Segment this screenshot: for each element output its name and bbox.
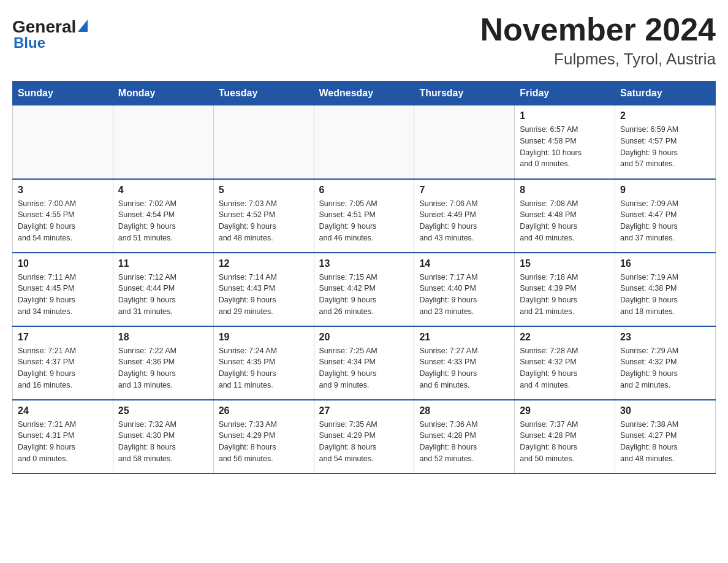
day-number: 13 [319, 258, 409, 269]
day-number: 21 [419, 332, 509, 343]
calendar-cell: 3Sunrise: 7:00 AM Sunset: 4:55 PM Daylig… [13, 179, 113, 253]
calendar-header-row: SundayMondayTuesdayWednesdayThursdayFrid… [13, 82, 716, 105]
logo: General Blue [12, 12, 88, 52]
day-number: 24 [18, 405, 108, 416]
calendar-cell: 1Sunrise: 6:57 AM Sunset: 4:58 PM Daylig… [515, 105, 615, 179]
calendar-cell: 25Sunrise: 7:32 AM Sunset: 4:30 PM Dayli… [113, 400, 213, 473]
calendar-week-row: 24Sunrise: 7:31 AM Sunset: 4:31 PM Dayli… [13, 400, 716, 473]
day-number: 20 [319, 332, 409, 343]
calendar-cell: 11Sunrise: 7:12 AM Sunset: 4:44 PM Dayli… [113, 253, 213, 326]
calendar-cell: 18Sunrise: 7:22 AM Sunset: 4:36 PM Dayli… [113, 326, 213, 400]
day-info: Sunrise: 7:06 AM Sunset: 4:49 PM Dayligh… [419, 198, 509, 244]
header-friday: Friday [515, 82, 615, 105]
calendar-cell: 26Sunrise: 7:33 AM Sunset: 4:29 PM Dayli… [213, 400, 314, 473]
day-info: Sunrise: 7:09 AM Sunset: 4:47 PM Dayligh… [620, 198, 710, 244]
calendar-cell: 6Sunrise: 7:05 AM Sunset: 4:51 PM Daylig… [314, 179, 414, 253]
header-saturday: Saturday [615, 82, 716, 105]
logo-part2: Blue [12, 34, 45, 52]
calendar-cell [213, 105, 314, 179]
day-info: Sunrise: 7:17 AM Sunset: 4:40 PM Dayligh… [419, 272, 509, 318]
day-number: 10 [18, 258, 108, 269]
day-info: Sunrise: 7:11 AM Sunset: 4:45 PM Dayligh… [18, 272, 108, 318]
day-number: 11 [118, 258, 208, 269]
day-number: 12 [219, 258, 309, 269]
calendar-title: November 2024 [480, 12, 716, 47]
day-number: 16 [620, 258, 710, 269]
day-info: Sunrise: 6:59 AM Sunset: 4:57 PM Dayligh… [620, 124, 710, 170]
calendar-cell: 28Sunrise: 7:36 AM Sunset: 4:28 PM Dayli… [414, 400, 515, 473]
calendar-cell [414, 105, 515, 179]
day-info: Sunrise: 7:37 AM Sunset: 4:28 PM Dayligh… [520, 419, 610, 465]
day-info: Sunrise: 7:02 AM Sunset: 4:54 PM Dayligh… [118, 198, 208, 244]
header-monday: Monday [113, 82, 213, 105]
calendar-cell: 19Sunrise: 7:24 AM Sunset: 4:35 PM Dayli… [213, 326, 314, 400]
calendar-cell: 12Sunrise: 7:14 AM Sunset: 4:43 PM Dayli… [213, 253, 314, 326]
calendar-week-row: 1Sunrise: 6:57 AM Sunset: 4:58 PM Daylig… [13, 105, 716, 179]
day-number: 15 [520, 258, 610, 269]
header-sunday: Sunday [13, 82, 113, 105]
day-info: Sunrise: 7:18 AM Sunset: 4:39 PM Dayligh… [520, 272, 610, 318]
day-info: Sunrise: 7:32 AM Sunset: 4:30 PM Dayligh… [118, 419, 208, 465]
calendar-table: SundayMondayTuesdayWednesdayThursdayFrid… [12, 81, 716, 474]
calendar-cell [13, 105, 113, 179]
day-info: Sunrise: 7:00 AM Sunset: 4:55 PM Dayligh… [18, 198, 108, 244]
calendar-cell: 10Sunrise: 7:11 AM Sunset: 4:45 PM Dayli… [13, 253, 113, 326]
day-number: 8 [520, 185, 610, 196]
calendar-cell: 15Sunrise: 7:18 AM Sunset: 4:39 PM Dayli… [515, 253, 615, 326]
day-info: Sunrise: 7:28 AM Sunset: 4:32 PM Dayligh… [520, 345, 610, 391]
day-info: Sunrise: 7:08 AM Sunset: 4:48 PM Dayligh… [520, 198, 610, 244]
header-tuesday: Tuesday [213, 82, 314, 105]
day-info: Sunrise: 7:27 AM Sunset: 4:33 PM Dayligh… [419, 345, 509, 391]
day-info: Sunrise: 7:38 AM Sunset: 4:27 PM Dayligh… [620, 419, 710, 465]
calendar-cell [314, 105, 414, 179]
day-info: Sunrise: 7:14 AM Sunset: 4:43 PM Dayligh… [219, 272, 309, 318]
calendar-cell: 16Sunrise: 7:19 AM Sunset: 4:38 PM Dayli… [615, 253, 716, 326]
day-info: Sunrise: 7:22 AM Sunset: 4:36 PM Dayligh… [118, 345, 208, 391]
calendar-cell: 27Sunrise: 7:35 AM Sunset: 4:29 PM Dayli… [314, 400, 414, 473]
calendar-cell: 24Sunrise: 7:31 AM Sunset: 4:31 PM Dayli… [13, 400, 113, 473]
header: General Blue November 2024 Fulpmes, Tyro… [12, 12, 716, 69]
day-info: Sunrise: 7:19 AM Sunset: 4:38 PM Dayligh… [620, 272, 710, 318]
day-number: 25 [118, 405, 208, 416]
day-number: 1 [520, 110, 610, 121]
calendar-cell: 4Sunrise: 7:02 AM Sunset: 4:54 PM Daylig… [113, 179, 213, 253]
day-info: Sunrise: 7:24 AM Sunset: 4:35 PM Dayligh… [219, 345, 309, 391]
calendar-cell: 8Sunrise: 7:08 AM Sunset: 4:48 PM Daylig… [515, 179, 615, 253]
day-info: Sunrise: 7:15 AM Sunset: 4:42 PM Dayligh… [319, 272, 409, 318]
day-number: 17 [18, 332, 108, 343]
day-number: 23 [620, 332, 710, 343]
day-info: Sunrise: 7:03 AM Sunset: 4:52 PM Dayligh… [219, 198, 309, 244]
calendar-cell: 30Sunrise: 7:38 AM Sunset: 4:27 PM Dayli… [615, 400, 716, 473]
calendar-week-row: 10Sunrise: 7:11 AM Sunset: 4:45 PM Dayli… [13, 253, 716, 326]
calendar-cell: 22Sunrise: 7:28 AM Sunset: 4:32 PM Dayli… [515, 326, 615, 400]
calendar-cell: 29Sunrise: 7:37 AM Sunset: 4:28 PM Dayli… [515, 400, 615, 473]
calendar-cell: 7Sunrise: 7:06 AM Sunset: 4:49 PM Daylig… [414, 179, 515, 253]
header-wednesday: Wednesday [314, 82, 414, 105]
day-number: 6 [319, 185, 409, 196]
day-number: 4 [118, 185, 208, 196]
logo-part1: General [12, 18, 76, 36]
day-number: 5 [219, 185, 309, 196]
day-number: 19 [219, 332, 309, 343]
day-number: 14 [419, 258, 509, 269]
day-info: Sunrise: 7:36 AM Sunset: 4:28 PM Dayligh… [419, 419, 509, 465]
calendar-cell [113, 105, 213, 179]
calendar-week-row: 3Sunrise: 7:00 AM Sunset: 4:55 PM Daylig… [13, 179, 716, 253]
day-info: Sunrise: 7:05 AM Sunset: 4:51 PM Dayligh… [319, 198, 409, 244]
calendar-cell: 14Sunrise: 7:17 AM Sunset: 4:40 PM Dayli… [414, 253, 515, 326]
header-thursday: Thursday [414, 82, 515, 105]
calendar-cell: 9Sunrise: 7:09 AM Sunset: 4:47 PM Daylig… [615, 179, 716, 253]
day-info: Sunrise: 7:29 AM Sunset: 4:32 PM Dayligh… [620, 345, 710, 391]
day-number: 2 [620, 110, 710, 121]
day-info: Sunrise: 7:25 AM Sunset: 4:34 PM Dayligh… [319, 345, 409, 391]
day-info: Sunrise: 7:35 AM Sunset: 4:29 PM Dayligh… [319, 419, 409, 465]
calendar-cell: 13Sunrise: 7:15 AM Sunset: 4:42 PM Dayli… [314, 253, 414, 326]
calendar-subtitle: Fulpmes, Tyrol, Austria [480, 50, 716, 69]
calendar-cell: 23Sunrise: 7:29 AM Sunset: 4:32 PM Dayli… [615, 326, 716, 400]
day-number: 26 [219, 405, 309, 416]
title-area: November 2024 Fulpmes, Tyrol, Austria [480, 12, 716, 69]
day-info: Sunrise: 7:31 AM Sunset: 4:31 PM Dayligh… [18, 419, 108, 465]
calendar-cell: 17Sunrise: 7:21 AM Sunset: 4:37 PM Dayli… [13, 326, 113, 400]
calendar-cell: 2Sunrise: 6:59 AM Sunset: 4:57 PM Daylig… [615, 105, 716, 179]
day-number: 9 [620, 185, 710, 196]
